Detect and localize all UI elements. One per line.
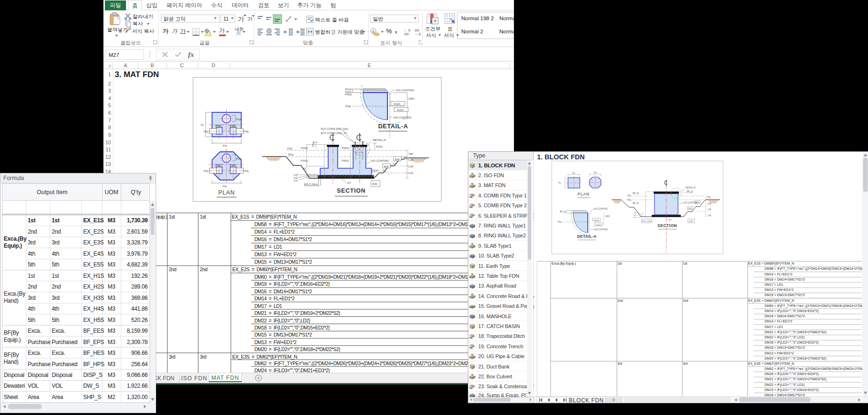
svg-text:EX_E5S: EX_E5S xyxy=(83,261,104,268)
svg-text:EX_H3S: EX_H3S xyxy=(83,295,104,301)
svg-text:EX_H5S: EX_H5S xyxy=(83,317,104,323)
svg-text:"DETAIL-A": "DETAIL-A" xyxy=(372,139,387,141)
svg-text:DW_S: DW_S xyxy=(83,383,99,389)
svg-text:1. BLOCK FDN: 1. BLOCK FDN xyxy=(478,163,515,168)
svg-text:P1w: P1w xyxy=(236,157,242,160)
svg-text:EX_E2S = DM60*(EF)*ITEM_N: EX_E2S = DM60*(EF)*ITEM_N xyxy=(232,266,297,272)
svg-text:1st: 1st xyxy=(683,262,687,265)
svg-text:P2N2: P2N2 xyxy=(342,147,349,149)
svg-text:U/G COATING: U/G COATING xyxy=(594,228,608,231)
svg-text:DM24 = IF(LD3="","0",DM21+ED3*: DM24 = IF(LD3="","0",DM21+ED3*2) xyxy=(765,372,819,376)
svg-text:Exca.: Exca. xyxy=(52,328,65,334)
svg-text:M3: M3 xyxy=(108,328,116,334)
svg-text:DM13 = FW+ED1*2: DM13 = FW+ED1*2 xyxy=(254,339,297,345)
svg-text:Exca.: Exca. xyxy=(52,350,65,356)
svg-text:DM13 = FW+ED1*2: DM13 = FW+ED1*2 xyxy=(254,251,297,257)
svg-text:Equip.): Equip.) xyxy=(4,337,21,343)
svg-text:DM17 = LD1: DM17 = LD1 xyxy=(765,325,783,329)
svg-text:RGL: RGL xyxy=(288,153,294,156)
svg-text:1. BLOCK FDN: 1. BLOCK FDN xyxy=(537,153,585,161)
svg-text:8. RING WALL Type2: 8. RING WALL Type2 xyxy=(478,233,526,238)
svg-text:DETAIL-A: DETAIL-A xyxy=(378,123,408,130)
svg-text:DM15 = DM13+DM17*S1*2: DM15 = DM13+DM17*S1*2 xyxy=(765,293,805,297)
svg-text:Area: Area xyxy=(28,394,39,400)
svg-text:P3L: P3L xyxy=(244,130,249,133)
svg-text:BF_gf: BF_gf xyxy=(687,190,693,193)
svg-text:DM13 = FW+ED1*2: DM13 = FW+ED1*2 xyxy=(765,288,794,291)
svg-text:3rd: 3rd xyxy=(200,354,206,360)
svg-text:3rd: 3rd xyxy=(28,239,35,246)
svg-text:M2: M2 xyxy=(108,394,116,400)
svg-text:DM14 = FL+ED1*2: DM14 = FL+ED1*2 xyxy=(765,273,792,276)
svg-text:1st: 1st xyxy=(617,262,622,265)
svg-text:Disposal: Disposal xyxy=(52,372,72,378)
svg-text:DM60 = IF(FT_TYPE="rec",((2*: DM60 = IF(FT_TYPE="rec",((2*DM19+DM21)*D… xyxy=(254,274,497,280)
svg-text:M3: M3 xyxy=(108,251,116,257)
svg-text:Disposal: Disposal xyxy=(4,372,24,378)
svg-text:Output Item: Output Item xyxy=(37,189,67,196)
svg-text:FGL: FGL xyxy=(345,105,351,108)
svg-text:DM20 = IF(LD2="","0",DM18+2*DM: DM20 = IF(LD2="","0",DM18+2*DM22*S2) xyxy=(765,357,827,360)
svg-text:GT: GT xyxy=(669,219,672,221)
svg-text:BF(By: BF(By xyxy=(4,352,19,358)
svg-text:CEXT: CEXT xyxy=(372,169,379,172)
svg-text:9,066.66: 9,066.66 xyxy=(127,372,148,378)
svg-text:U/G COATING: U/G COATING xyxy=(393,116,412,119)
svg-text:DM14 = FL+ED1*2: DM14 = FL+ED1*2 xyxy=(765,320,792,323)
svg-text:EX_E2S = DM60*(EF)*ITEM_N: EX_E2S = DM60*(EF)*ITEM_N xyxy=(748,299,794,303)
svg-text:Equip.): Equip.) xyxy=(4,243,22,249)
svg-text:DM18 = IF(LD2="","0",DM15+ED: DM18 = IF(LD2="","0",DM15+ED2*2) xyxy=(254,325,330,330)
svg-text:21. Duct Bank: 21. Duct Bank xyxy=(478,364,510,369)
svg-text:4th: 4th xyxy=(52,305,59,312)
svg-text:Ef1,2,3,Ext: Ef1,2,3,Ext xyxy=(304,183,318,186)
svg-text:10. SLAB Type2: 10. SLAB Type2 xyxy=(478,253,514,258)
svg-text:P3L: P3L xyxy=(204,170,209,172)
svg-text:BLOCK FDN: BLOCK FDN xyxy=(569,397,604,404)
svg-text:DM21 = IF(LD2="","0",DM19+2*DM: DM21 = IF(LD2="","0",DM19+2*DM22*S2) xyxy=(765,330,827,334)
svg-text:1,320.00: 1,320.00 xyxy=(127,394,148,400)
svg-text:1: 1 xyxy=(405,156,407,159)
svg-text:DM15 = DM13+DM17*S1*2: DM15 = DM13+DM17*S1*2 xyxy=(765,346,805,349)
svg-text:Lt1: Lt1 xyxy=(294,179,298,182)
svg-text:DM24 = IF(LD3="","0",DM21+ED: DM24 = IF(LD3="","0",DM21+ED3*2) xyxy=(254,368,330,373)
svg-text:Ed3: Ed3 xyxy=(395,158,400,161)
svg-text:17. CATCH BASIN: 17. CATCH BASIN xyxy=(478,323,520,329)
svg-text:DM16 = DM14+DM17*S1*2: DM16 = DM14+DM17*S1*2 xyxy=(765,393,805,397)
svg-text:Fw: Fw xyxy=(572,172,576,174)
svg-text:M3: M3 xyxy=(108,339,116,345)
svg-text:P2N1: P2N1 xyxy=(342,159,349,162)
svg-text:3rd: 3rd xyxy=(617,362,622,365)
svg-text:1st: 1st xyxy=(200,214,206,219)
svg-text:192.26: 192.26 xyxy=(131,273,148,279)
svg-text:Ld2: Ld2 xyxy=(708,208,711,211)
svg-text:OLD2: OLD2 xyxy=(596,224,601,226)
svg-text:EX_E3S = DM62*(EF)*ITEM_N: EX_E3S = DM62*(EF)*ITEM_N xyxy=(748,362,794,366)
svg-text:14. Concrete Road & Pav: 14. Concrete Road & Pav xyxy=(478,293,534,299)
svg-text:DM17 = LD1: DM17 = LD1 xyxy=(254,303,282,309)
svg-text:1: 1 xyxy=(395,163,396,165)
svg-text:289.06: 289.06 xyxy=(131,283,148,290)
svg-text:4. COMB FDN Type 1: 4. COMB FDN Type 1 xyxy=(478,193,527,198)
svg-text:Ld1: Ld1 xyxy=(708,214,711,217)
svg-text:18. Trapezoidal Ditch: 18. Trapezoidal Ditch xyxy=(478,333,525,339)
svg-text:Q'ty: Q'ty xyxy=(131,189,142,196)
svg-text:P1g: P1g xyxy=(312,141,315,147)
svg-text:Ld1: Ld1 xyxy=(409,172,414,174)
svg-text:DM62 = IF(FT_TYPE="rec",((2*: DM62 = IF(FT_TYPE="rec",((2*DM24+DM26)*D… xyxy=(254,360,497,366)
svg-text:DETAIL-A: DETAIL-A xyxy=(577,234,596,239)
svg-text:BF_EES: BF_EES xyxy=(83,328,104,334)
svg-text:2nd: 2nd xyxy=(52,283,61,290)
svg-text:P3L: P3L xyxy=(244,170,249,172)
svg-text:BF_HPS: BF_HPS xyxy=(83,361,104,368)
svg-text:Type: Type xyxy=(473,152,485,159)
svg-text:DM62 = IF(FT_TYPE="rec",((2*DM: DM62 = IF(FT_TYPE="rec",((2*DM24+DM26)*D… xyxy=(765,367,868,371)
svg-text:FGL: FGL xyxy=(558,221,562,223)
svg-text:Purchase: Purchase xyxy=(28,339,51,345)
svg-text:256.64: 256.64 xyxy=(131,361,148,368)
svg-text:2nd: 2nd xyxy=(28,283,37,290)
svg-text:13. Asphalt Road: 13. Asphalt Road xyxy=(478,283,516,289)
svg-text:Purchased: Purchased xyxy=(52,361,78,368)
svg-text:2nd: 2nd xyxy=(200,266,208,272)
svg-text:4,682.39: 4,682.39 xyxy=(127,261,148,268)
svg-text:DM58 = IF(FT_TYPE="rec",((2*: DM58 = IF(FT_TYPE="rec",((2*DM14+DM16)*D… xyxy=(254,221,497,227)
